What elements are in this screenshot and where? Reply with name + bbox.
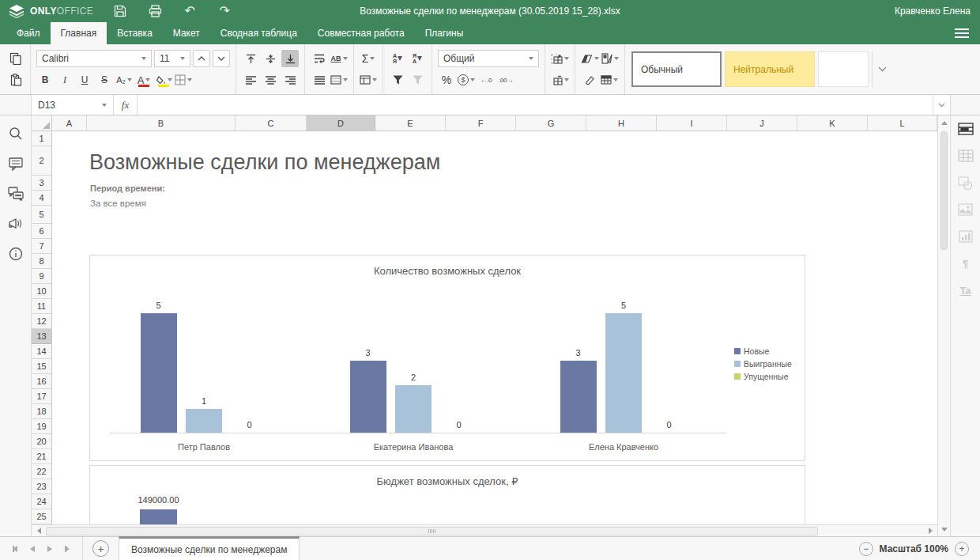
row-header-5[interactable]: 5: [32, 206, 51, 224]
cell-style-normal[interactable]: Обычный: [631, 51, 722, 87]
italic-button[interactable]: I: [56, 71, 74, 89]
insert-function-button[interactable]: Σ: [360, 50, 377, 67]
v-scroll-down-button[interactable]: [938, 524, 950, 535]
paste-button[interactable]: [7, 71, 24, 89]
h-scroll-thumb[interactable]: [46, 527, 818, 535]
copy-style-button[interactable]: [581, 71, 598, 89]
clear-filter-button[interactable]: [409, 71, 426, 89]
justify-button[interactable]: [311, 71, 328, 89]
tab-pivot-table[interactable]: Сводная таблица: [210, 22, 307, 44]
horizontal-scrollbar[interactable]: [32, 524, 937, 536]
row-header-23[interactable]: 23: [32, 479, 51, 494]
column-header-L[interactable]: L: [868, 115, 937, 131]
conditional-formatting-button[interactable]: [601, 50, 619, 67]
row-header-22[interactable]: 22: [32, 464, 51, 479]
font-color-button[interactable]: A: [135, 71, 153, 89]
undo-button[interactable]: ↶: [182, 3, 198, 19]
zoom-out-button[interactable]: −: [859, 542, 873, 556]
clear-style-button[interactable]: [581, 50, 599, 67]
text-orientation-button[interactable]: AB: [330, 50, 348, 67]
delete-cells-button[interactable]: [551, 71, 569, 89]
row-header-6[interactable]: 6: [32, 224, 51, 239]
sort-ascending-button[interactable]: АЯ: [389, 50, 406, 67]
row-header-18[interactable]: 18: [32, 404, 51, 419]
row-header-19[interactable]: 19: [32, 419, 51, 434]
tab-file[interactable]: Файл: [6, 22, 51, 44]
row-header-7[interactable]: 7: [32, 239, 51, 254]
next-sheet-button[interactable]: [47, 546, 52, 552]
increase-decimal-button[interactable]: .00→: [497, 71, 514, 89]
column-header-F[interactable]: F: [446, 115, 516, 131]
comments-button[interactable]: [6, 153, 26, 174]
v-scroll-thumb[interactable]: [940, 131, 948, 250]
align-center-button[interactable]: [262, 71, 279, 89]
format-as-table-button[interactable]: [601, 71, 618, 89]
textart-settings-button[interactable]: Ta: [956, 280, 976, 301]
formula-input[interactable]: [138, 95, 933, 115]
select-all-corner[interactable]: [32, 115, 52, 131]
row-header-25[interactable]: 25: [32, 509, 51, 524]
formula-bar-expand-button[interactable]: [933, 95, 950, 115]
v-scroll-up-button[interactable]: [938, 117, 950, 128]
cell-name-box[interactable]: D13: [32, 95, 114, 115]
chat-button[interactable]: [6, 184, 26, 204]
column-header-I[interactable]: I: [657, 115, 727, 131]
strikethrough-button[interactable]: S: [96, 71, 113, 89]
align-top-button[interactable]: [242, 50, 259, 67]
column-header-A[interactable]: A: [52, 115, 87, 131]
vertical-scrollbar[interactable]: [937, 115, 950, 536]
font-name-select[interactable]: Calibri: [36, 50, 152, 67]
deals-count-chart[interactable]: Количество возможных сделокПетр Павлов51…: [89, 255, 805, 461]
tab-plugins[interactable]: Плагины: [415, 22, 474, 44]
row-header-24[interactable]: 24: [32, 494, 51, 509]
column-header-H[interactable]: H: [586, 115, 657, 131]
merge-cells-button[interactable]: [330, 71, 348, 89]
row-header-10[interactable]: 10: [32, 284, 51, 299]
column-header-J[interactable]: J: [727, 115, 797, 131]
tab-insert[interactable]: Вставка: [107, 22, 163, 44]
row-header-9[interactable]: 9: [32, 269, 51, 284]
row-header-2[interactable]: 2: [32, 146, 51, 176]
cell-style-empty[interactable]: [818, 51, 869, 87]
last-sheet-button[interactable]: [65, 546, 70, 552]
redo-button[interactable]: ↷: [217, 3, 232, 19]
align-bottom-button[interactable]: [281, 50, 299, 67]
print-button[interactable]: [147, 3, 163, 19]
row-header-12[interactable]: 12: [32, 314, 51, 329]
first-sheet-button[interactable]: [13, 546, 17, 552]
tab-layout[interactable]: Макет: [163, 22, 210, 44]
font-size-increase-button[interactable]: [193, 50, 210, 67]
feedback-button[interactable]: [6, 214, 26, 234]
row-header-13[interactable]: 13: [32, 329, 51, 344]
row-header-8[interactable]: 8: [32, 254, 51, 269]
copy-button[interactable]: [7, 50, 24, 67]
sheet-canvas[interactable]: Возможные сделки по менеджерам Период вр…: [52, 131, 937, 524]
row-header-3[interactable]: 3: [32, 176, 51, 191]
subscript-button[interactable]: A₂: [115, 71, 133, 89]
search-button[interactable]: [6, 123, 26, 144]
paragraph-settings-button[interactable]: ¶: [956, 253, 976, 274]
align-right-button[interactable]: [281, 71, 299, 89]
column-header-B[interactable]: B: [87, 115, 236, 131]
bold-button[interactable]: B: [36, 71, 54, 89]
column-header-E[interactable]: E: [375, 115, 446, 131]
h-scroll-left-button[interactable]: [33, 526, 44, 536]
percent-style-button[interactable]: %: [438, 71, 455, 89]
table-settings-button[interactable]: [956, 146, 976, 166]
insert-function-fx-button[interactable]: fx: [114, 95, 138, 115]
add-sheet-button[interactable]: +: [92, 540, 109, 557]
underline-button[interactable]: U: [76, 71, 93, 89]
about-button[interactable]: [6, 244, 26, 264]
chart-settings-button[interactable]: [956, 226, 976, 247]
styles-gallery-expand-button[interactable]: [872, 51, 892, 87]
tab-home[interactable]: Главная: [51, 22, 107, 44]
row-header-11[interactable]: 11: [32, 299, 51, 314]
row-header-21[interactable]: 21: [32, 449, 51, 464]
save-button[interactable]: [112, 3, 128, 19]
currency-style-button[interactable]: $: [458, 71, 475, 89]
named-ranges-button[interactable]: [360, 71, 377, 89]
row-header-17[interactable]: 17: [32, 389, 51, 404]
sort-descending-button[interactable]: ЯА: [409, 50, 426, 67]
deals-budget-chart[interactable]: Бюджет возможных сделок, ₽149000.00: [89, 465, 805, 524]
h-scroll-track[interactable]: [46, 526, 923, 536]
